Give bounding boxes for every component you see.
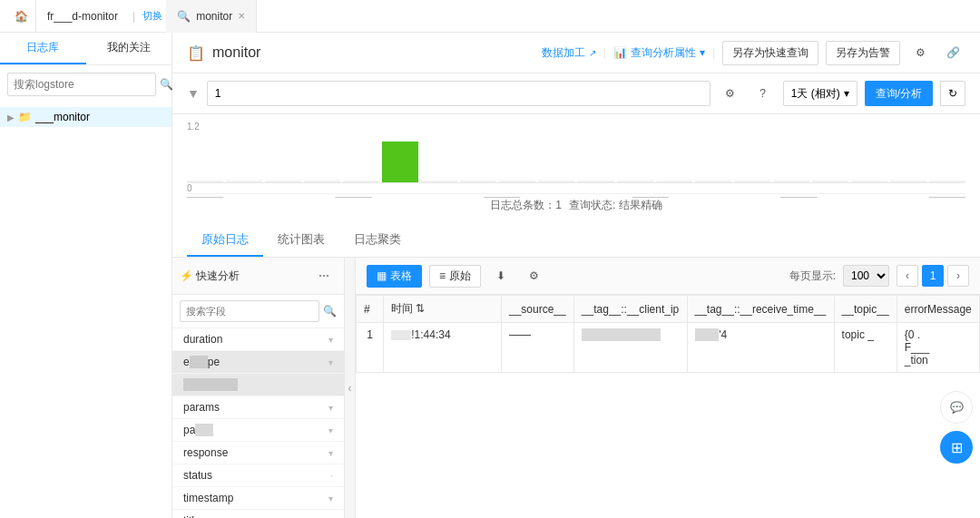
chart-bars — [187, 133, 965, 183]
chevron-right-icon: ▶ — [7, 112, 15, 122]
page-next-button[interactable]: › — [947, 265, 969, 287]
time-selector[interactable]: 1天 (相对) ▾ — [783, 81, 858, 106]
col-header-time[interactable]: 时间 ⇅ — [384, 296, 502, 323]
results-table: # 时间 ⇅ __source__ __tag__::__client_ip _… — [356, 295, 980, 373]
table-header-row: # 时间 ⇅ __source__ __tag__::__client_ip _… — [357, 296, 980, 323]
chart-area: 1.2 — [172, 114, 980, 224]
query-input-wrap — [207, 81, 710, 106]
field-item-response[interactable]: response ▾ — [172, 442, 344, 464]
brand-label: fr___d-monitor — [40, 10, 125, 23]
app-float-button[interactable]: ⊞ — [940, 431, 973, 464]
page-title: monitor — [212, 44, 260, 61]
monitor-tab-icon: 🔍 — [177, 10, 191, 23]
cell-source: —— — [502, 323, 574, 373]
search-icon[interactable]: 🔍 — [160, 78, 173, 91]
per-page-label: 每页显示: — [789, 269, 836, 284]
table-toolbar-right: 每页显示: 100 50 200 ‹ 1 › — [789, 265, 969, 287]
chevron-down-icon: ▾ — [328, 357, 333, 367]
chevron-down-icon: ▾ — [328, 403, 333, 413]
time-dropdown-icon: ▾ — [844, 87, 849, 100]
cell-time: ____!1:44:34 — [384, 323, 502, 373]
table-row: 1 ____!1:44:34 —— _____________ ____'4 — [357, 323, 980, 373]
field-search-input[interactable] — [180, 300, 319, 322]
col-header-topic: __topic__ — [834, 296, 897, 323]
page-1-button[interactable]: 1 — [922, 265, 944, 287]
query-collapse-icon[interactable]: ▼ — [187, 86, 200, 101]
header-actions: 数据加工 ↗ | 📊 查询分析属性 ▾ | 另存为快速查询 另存为告警 ⚙ 🔗 — [542, 40, 965, 65]
query-input[interactable] — [215, 87, 702, 100]
field-item-timestamp[interactable]: timestamp ▾ — [172, 487, 344, 510]
field-search-icon[interactable]: 🔍 — [323, 305, 337, 318]
edit-link[interactable]: 切换 — [142, 9, 162, 23]
dot-icon: · — [330, 471, 333, 481]
page-nav: ‹ 1 › — [897, 265, 969, 287]
collapse-handle[interactable]: ‹ — [345, 258, 356, 518]
log-tabs-bar: 原始日志 统计图表 日志聚类 — [172, 224, 980, 258]
time-label: 1天 (相对) — [791, 86, 840, 102]
monitor-icon: 📋 — [187, 44, 205, 62]
chart-y-max: 1.2 — [187, 122, 965, 132]
collapse-icon: ‹ — [348, 382, 352, 395]
query-bar: ▼ ⚙ ? 1天 (相对) ▾ 查询/分析 ↻ — [172, 73, 980, 114]
per-page-select[interactable]: 100 50 200 — [843, 265, 889, 287]
query-analysis-btn[interactable]: 📊 查询分析属性 ▾ — [613, 45, 705, 61]
settings-icon[interactable]: ⚙ — [907, 40, 933, 65]
save-alert-btn[interactable]: 另存为告警 — [826, 41, 900, 65]
float-icons: 💬 ⊞ — [940, 391, 973, 464]
field-item-status[interactable]: status · — [172, 464, 344, 487]
chevron-down-icon: ▾ — [328, 494, 333, 503]
tab-raw-log[interactable]: 原始日志 — [187, 224, 263, 257]
table-icon: ▦ — [377, 269, 387, 282]
tab-aggregation[interactable]: 日志聚类 — [339, 224, 416, 257]
sort-icon: ⇅ — [416, 302, 425, 315]
chart-canvas: ______ ______ ______ ______ ______ _____… — [187, 133, 965, 183]
main-content: 📋 monitor 数据加工 ↗ | 📊 查询分析属性 ▾ | 另存为快速查询 … — [172, 33, 980, 518]
left-panel: ⚡ 快速分析 ⋯ 🔍 duration ▾ e___pe — [172, 258, 345, 518]
chevron-down-icon: ▾ — [328, 425, 333, 435]
logstore-icon: 📁 — [18, 111, 32, 123]
monitor-tab[interactable]: 🔍 monitor ✕ — [166, 0, 257, 33]
tab-logstore[interactable]: 日志库 — [0, 33, 86, 64]
main-header: 📋 monitor 数据加工 ↗ | 📊 查询分析属性 ▾ | 另存为快速查询 … — [172, 33, 980, 73]
chevron-down-icon: ▾ — [328, 448, 333, 458]
right-panel: ▦ 表格 ≡ 原始 ⬇ ⚙ 每页显示: 100 50 200 — [356, 258, 980, 518]
query-settings-icon[interactable]: ⚙ — [718, 81, 743, 106]
close-tab-button[interactable]: ✕ — [238, 11, 245, 21]
cell-num: 1 — [357, 323, 384, 373]
field-item-title[interactable]: title ▾ — [172, 510, 344, 518]
field-item-pa[interactable]: pa___ ▾ — [172, 419, 344, 442]
external-link-icon: ↗ — [589, 48, 596, 58]
monitor-tab-label: monitor — [196, 10, 232, 23]
field-item-params[interactable]: params ▾ — [172, 396, 344, 419]
data-processing-link[interactable]: 数据加工 ↗ — [542, 45, 596, 61]
field-item-duration[interactable]: duration ▾ — [172, 328, 344, 351]
more-options-icon[interactable]: ⋯ — [311, 263, 337, 288]
search-button[interactable]: 查询/分析 — [865, 81, 933, 106]
tree-item-label: ___monitor — [35, 111, 90, 123]
chat-float-button[interactable]: 💬 — [940, 391, 973, 424]
chevron-down-icon: ▾ — [328, 335, 333, 345]
sidebar-tree: ▶ 📁 ___monitor — [0, 103, 172, 131]
field-search-wrap: 🔍 — [172, 295, 344, 328]
tree-item-monitor[interactable]: ▶ 📁 ___monitor — [0, 107, 172, 127]
page-prev-button[interactable]: ‹ — [897, 265, 918, 287]
share-icon[interactable]: 🔗 — [940, 40, 965, 65]
refresh-button[interactable]: ↻ — [940, 81, 965, 106]
col-header-error-message: errorMessage — [897, 296, 979, 323]
cell-topic: topic _ — [834, 323, 897, 373]
cell-receive-time: ____'4 — [687, 323, 834, 373]
query-help-icon[interactable]: ? — [750, 81, 776, 106]
tab-stats[interactable]: 统计图表 — [263, 224, 339, 257]
save-quick-query-btn[interactable]: 另存为快速查询 — [722, 41, 818, 65]
raw-view-button[interactable]: ≡ 原始 — [429, 265, 481, 288]
table-settings-icon[interactable]: ⚙ — [521, 263, 546, 288]
field-item-etype[interactable]: e___pe ▾ — [172, 351, 344, 374]
chart-icon: 📊 — [613, 46, 627, 59]
tab-following[interactable]: 我的关注 — [86, 33, 172, 64]
table-view-button[interactable]: ▦ 表格 — [367, 265, 422, 288]
download-icon[interactable]: ⬇ — [488, 263, 514, 288]
field-item-blank[interactable] — [172, 374, 344, 396]
search-logstore-input[interactable] — [7, 73, 156, 96]
lightning-icon: ⚡ — [180, 269, 193, 282]
home-button[interactable]: 🏠 — [7, 0, 36, 33]
